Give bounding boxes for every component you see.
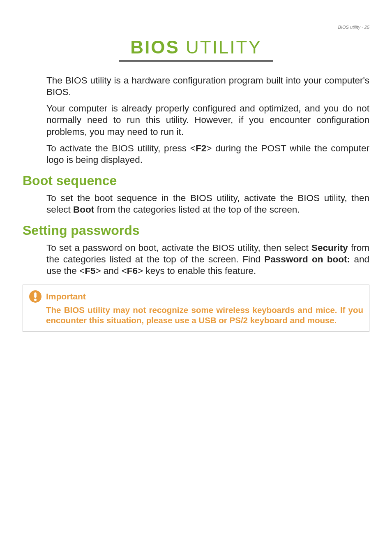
important-icon — [29, 290, 42, 303]
title-bios: BIOS — [130, 37, 180, 57]
pw-p1-d: > and < — [95, 266, 127, 276]
chapter-title: BIOS UTILITY — [23, 37, 369, 58]
key-f5: F5 — [85, 266, 95, 276]
boot-p1-b: from the categories listed at the top of… — [94, 204, 300, 215]
section-heading-boot: Boot sequence — [23, 173, 369, 188]
running-head: BIOS utility - 25 — [23, 25, 369, 30]
intro-p3-a: To activate the BIOS utility, press < — [46, 143, 196, 153]
section-heading-passwords: Setting passwords — [23, 223, 369, 238]
svg-point-2 — [34, 299, 37, 301]
boot-bold: Boot — [73, 204, 94, 215]
title-utility: UTILITY — [180, 37, 262, 57]
chapter-underline — [119, 60, 273, 62]
pw-bold-password: Password on boot: — [264, 254, 350, 264]
pw-p1-e: > keys to enable this feature. — [138, 266, 256, 276]
callout-header: Important — [29, 290, 363, 303]
callout-text: The BIOS utility may not recognize some … — [46, 305, 363, 326]
pw-p1-a: To set a password on boot, activate the … — [46, 243, 311, 253]
svg-rect-1 — [34, 292, 37, 298]
passwords-paragraph: To set a password on boot, activate the … — [46, 242, 369, 277]
callout-important: Important The BIOS utility may not recog… — [23, 285, 369, 332]
pw-bold-security: Security — [311, 243, 348, 253]
intro-paragraph-3: To activate the BIOS utility, press <F2>… — [46, 143, 369, 166]
key-f6: F6 — [127, 266, 138, 276]
key-f2: F2 — [196, 143, 206, 153]
callout-title: Important — [46, 292, 86, 301]
intro-paragraph-1: The BIOS utility is a hardware configura… — [46, 75, 369, 98]
intro-paragraph-2: Your computer is already properly config… — [46, 103, 369, 137]
boot-paragraph: To set the boot sequence in the BIOS uti… — [46, 192, 369, 215]
